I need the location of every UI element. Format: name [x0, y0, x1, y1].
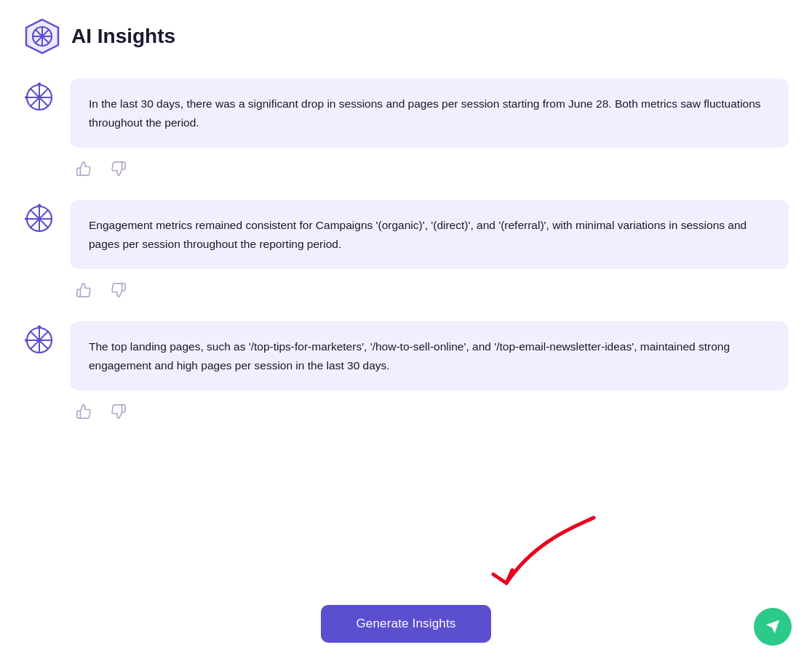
insight-card-1: In the last 30 days, there was a signifi…: [70, 79, 789, 148]
insight-card-3: The top landing pages, such as '/top-tip…: [70, 321, 789, 390]
insight-block-2: Engagement metrics remained consistent f…: [23, 200, 789, 301]
generate-insights-button[interactable]: Generate Insights: [321, 605, 490, 643]
ai-icon-1: [23, 81, 55, 113]
insight-content-3: The top landing pages, such as '/top-tip…: [70, 321, 789, 422]
svg-point-26: [25, 339, 28, 342]
feedback-row-1: [70, 158, 789, 180]
thumbs-up-btn-2[interactable]: [73, 279, 95, 301]
svg-point-19: [25, 217, 28, 220]
page-container: AI Insights In the last 30 days, there w…: [0, 0, 812, 530]
insight-content-2: Engagement metrics remained consistent f…: [70, 200, 789, 301]
svg-point-11: [38, 83, 41, 87]
ai-icon-3: [23, 324, 55, 356]
feedback-row-3: [70, 401, 789, 422]
insight-text-3: The top landing pages, such as '/top-tip…: [89, 337, 770, 374]
ai-insights-logo: [23, 17, 61, 55]
svg-point-18: [38, 204, 41, 208]
send-button[interactable]: [754, 608, 792, 646]
thumbs-down-btn-2[interactable]: [108, 279, 130, 301]
feedback-row-2: [70, 279, 789, 301]
svg-point-12: [25, 96, 28, 99]
thumbs-up-btn-1[interactable]: [73, 158, 95, 180]
insight-block-1: In the last 30 days, there was a signifi…: [23, 79, 789, 180]
thumbs-down-btn-3[interactable]: [108, 401, 130, 422]
insight-text-2: Engagement metrics remained consistent f…: [89, 216, 770, 253]
ai-icon-2: [23, 203, 55, 235]
svg-point-25: [38, 326, 41, 329]
thumbs-up-btn-3[interactable]: [73, 401, 95, 422]
insight-card-2: Engagement metrics remained consistent f…: [70, 200, 789, 269]
insight-text-1: In the last 30 days, there was a signifi…: [89, 95, 770, 132]
insight-block-3: The top landing pages, such as '/top-tip…: [23, 321, 789, 422]
header: AI Insights: [23, 17, 789, 55]
bottom-area: Generate Insights: [0, 605, 812, 666]
insight-content-1: In the last 30 days, there was a signifi…: [70, 79, 789, 180]
send-icon: [765, 619, 781, 635]
page-title: AI Insights: [71, 25, 175, 48]
thumbs-down-btn-1[interactable]: [108, 158, 130, 180]
